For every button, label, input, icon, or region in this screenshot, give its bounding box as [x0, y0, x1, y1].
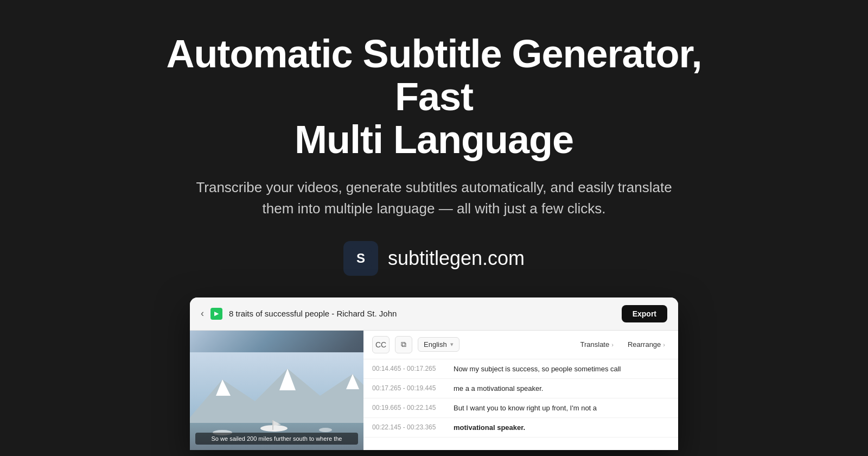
- time-range: 00:14.465 - 00:17.265: [372, 365, 443, 372]
- main-title: Automatic Subtitle Generator, Fast Multi…: [136, 33, 732, 162]
- chevron-right-icon-2: ›: [663, 341, 665, 348]
- subtitle-text-cell: motivational speaker.: [454, 423, 669, 432]
- chevron-right-icon: ›: [611, 341, 614, 348]
- video-caption: So we sailed 200 miles further south to …: [195, 433, 358, 445]
- hero-section: Automatic Subtitle Generator, Fast Multi…: [0, 0, 868, 450]
- brand-logo: S: [343, 241, 378, 276]
- back-arrow-icon[interactable]: ‹: [201, 308, 204, 319]
- time-range: 00:19.665 - 00:22.145: [372, 404, 443, 411]
- subtitle-rows: 00:14.465 - 00:17.265Now my subject is s…: [363, 359, 678, 450]
- video-thumbnail: So we sailed 200 miles further south to …: [190, 331, 363, 450]
- file-title: 8 traits of successful people - Richard …: [229, 309, 397, 318]
- video-panel: So we sailed 200 miles further south to …: [190, 331, 363, 450]
- subtitle-row[interactable]: 00:22.145 - 00:23.365motivational speake…: [363, 418, 678, 438]
- subtitle-text-cell: me a a motivational speaker.: [454, 384, 669, 392]
- language-label: English: [424, 340, 447, 349]
- copy-button[interactable]: ⧉: [395, 336, 412, 353]
- cc-button[interactable]: CC: [372, 336, 390, 353]
- chevron-down-icon: ▾: [450, 341, 454, 348]
- subtitle-text-cell: Now my subject is success, so people som…: [454, 365, 669, 373]
- subtitle-row[interactable]: 00:19.665 - 00:22.145But I want you to k…: [363, 398, 678, 418]
- app-topbar-left: ‹ ▶ 8 traits of successful people - Rich…: [201, 308, 397, 320]
- app-screenshot: ‹ ▶ 8 traits of successful people - Rich…: [190, 297, 678, 450]
- subtitle-row[interactable]: 00:17.265 - 00:19.445me a a motivational…: [363, 379, 678, 398]
- language-select[interactable]: English ▾: [418, 337, 459, 352]
- svg-point-8: [260, 425, 288, 432]
- subtitle-panel: CC ⧉ English ▾ Translate › Re: [363, 331, 678, 450]
- app-body: So we sailed 200 miles further south to …: [190, 331, 678, 450]
- svg-point-12: [319, 428, 332, 432]
- cc-icon: CC: [375, 340, 386, 349]
- file-icon: ▶: [210, 308, 222, 320]
- copy-icon: ⧉: [401, 340, 406, 349]
- svg-text:S: S: [356, 251, 365, 265]
- subtitle-toolbar: CC ⧉ English ▾ Translate › Re: [363, 331, 678, 359]
- rearrange-button[interactable]: Rearrange ›: [623, 338, 669, 351]
- time-range: 00:22.145 - 00:23.365: [372, 423, 443, 431]
- subtitle-text-cell: But I want you to know right up front, I…: [454, 404, 669, 412]
- time-range: 00:17.265 - 00:19.445: [372, 384, 443, 392]
- app-topbar: ‹ ▶ 8 traits of successful people - Rich…: [190, 297, 678, 331]
- svg-rect-9: [272, 420, 273, 430]
- brand-row: S subtitlegen.com: [343, 241, 525, 276]
- subtitle-row[interactable]: 00:14.465 - 00:17.265Now my subject is s…: [363, 359, 678, 379]
- subtitle-text: Transcribe your videos, generate subtitl…: [190, 177, 678, 219]
- export-button[interactable]: Export: [622, 305, 667, 322]
- translate-button[interactable]: Translate ›: [576, 338, 618, 351]
- brand-name-text: subtitlegen.com: [388, 247, 525, 270]
